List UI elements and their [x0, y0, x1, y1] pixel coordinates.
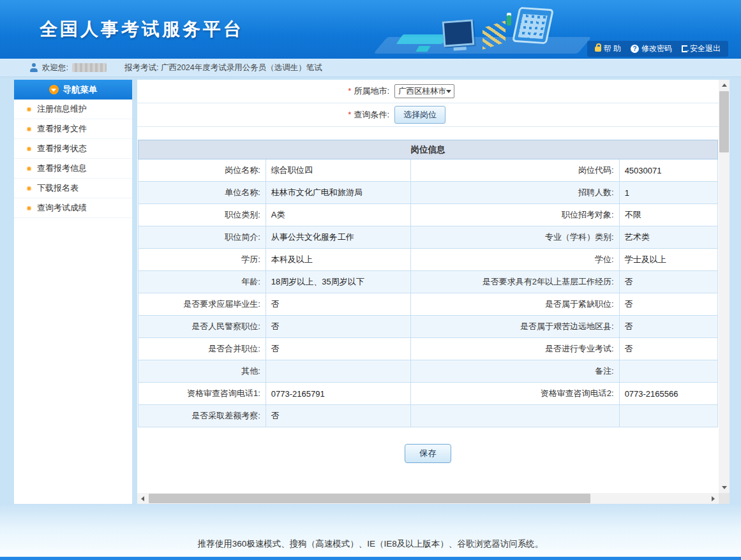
- field-label: 职位招考对象:: [410, 204, 619, 226]
- field-label: 是否合并职位:: [138, 338, 266, 360]
- field-value: 否: [266, 316, 410, 338]
- field-value: 0773-2165791: [266, 383, 410, 405]
- main-content: *所属地市: 广西区桂林市 *查询条件: 选择岗位 岗位信息 岗位名称: 综合职…: [137, 80, 719, 493]
- field-label: 年龄:: [138, 271, 266, 293]
- chevron-down-circle-icon: [49, 85, 59, 94]
- table-title: 岗位信息: [138, 140, 718, 159]
- triangle-left-icon: [141, 496, 144, 501]
- sidebar-item-label: 注册信息维护: [37, 103, 87, 115]
- exit-icon: [682, 45, 687, 52]
- deco-tablet: [512, 7, 554, 45]
- field-value: 否: [266, 293, 410, 316]
- dot-icon: [27, 206, 31, 210]
- sidebar: 导航菜单 注册信息维护 查看报考文件 查看报考状态 查看报考信息 下载报名表 查…: [14, 80, 132, 504]
- welcome-bar: 欢迎您: 报考考试: 广西2024年度考试录用公务员（选调生）笔试: [0, 59, 741, 77]
- welcome-label: 欢迎您:: [42, 63, 68, 73]
- field-value: 桂林市文化广电和旅游局: [266, 182, 410, 204]
- main-panel: *所属地市: 广西区桂林市 *查询条件: 选择岗位 岗位信息 岗位名称: 综合职…: [137, 80, 730, 504]
- field-label: 单位名称:: [138, 182, 266, 204]
- sidebar-item[interactable]: 注册信息维护: [14, 99, 132, 119]
- deco-arrow: [396, 34, 449, 44]
- scroll-up-arrow[interactable]: [719, 80, 730, 91]
- field-label: 是否要求应届毕业生:: [138, 293, 266, 316]
- table-row: 是否要求应届毕业生: 否 是否属于紧缺职位: 否: [138, 293, 718, 316]
- dot-icon: [27, 127, 31, 131]
- logout-button[interactable]: 安全退出: [682, 43, 721, 54]
- sidebar-item[interactable]: 查询考试成绩: [14, 198, 132, 218]
- field-value: 从事公共文化服务工作: [266, 226, 410, 249]
- user-icon: [29, 63, 38, 72]
- required-mark: *: [348, 110, 351, 119]
- sidebar-nav-header: 导航菜单: [14, 80, 132, 99]
- triangle-up-icon: [722, 84, 727, 87]
- table-row: 其他: 备注:: [138, 360, 718, 383]
- field-label: 学位:: [410, 249, 619, 271]
- field-label: 招聘人数:: [410, 182, 619, 204]
- horizontal-scrollbar[interactable]: [137, 493, 719, 504]
- change-password-label: 修改密码: [641, 43, 672, 54]
- triangle-down-icon: [722, 486, 727, 489]
- field-value: 1: [619, 182, 717, 204]
- vertical-scroll-thumb[interactable]: [719, 91, 729, 152]
- sidebar-item[interactable]: 查看报考状态: [14, 139, 132, 159]
- change-password-button[interactable]: 修改密码: [631, 43, 672, 54]
- vertical-scrollbar[interactable]: [719, 80, 730, 493]
- logout-label: 安全退出: [690, 43, 721, 54]
- dot-icon: [27, 107, 31, 112]
- field-value: 本科及以上: [266, 249, 410, 271]
- field-value: 否: [266, 405, 410, 427]
- help-button[interactable]: 帮 助: [595, 43, 621, 54]
- sidebar-item[interactable]: 查看报考信息: [14, 159, 132, 179]
- lock-icon: [595, 47, 601, 52]
- page: { "colors": { "header_blue": "#1078d8", …: [0, 0, 741, 560]
- dot-icon: [27, 166, 31, 171]
- header-action-bar: 帮 助 修改密码 安全退出: [587, 41, 728, 57]
- field-value: [619, 405, 717, 427]
- table-row: 是否采取差额考察: 否: [138, 405, 718, 427]
- choose-position-button[interactable]: 选择岗位: [394, 106, 445, 124]
- sidebar-item-label: 查看报考文件: [37, 123, 87, 135]
- scroll-down-arrow[interactable]: [719, 482, 730, 493]
- field-label: 其他:: [138, 360, 266, 383]
- table-row: 资格审查咨询电话1: 0773-2165791 资格审查咨询电话2: 0773-…: [138, 383, 718, 405]
- field-label: 资格审查咨询电话1:: [138, 383, 266, 405]
- sidebar-item-label: 查询考试成绩: [37, 202, 87, 214]
- field-value: A类: [266, 204, 410, 226]
- field-value: 综合职位四: [266, 159, 410, 182]
- city-select[interactable]: 广西区桂林市: [394, 84, 454, 98]
- chevron-down-icon: [446, 90, 451, 93]
- field-label: 岗位代码:: [410, 159, 619, 182]
- sidebar-item[interactable]: 查看报考文件: [14, 119, 132, 139]
- field-value: 否: [619, 338, 717, 360]
- field-value: 否: [619, 316, 717, 338]
- query-form-row: *查询条件: 选择岗位: [137, 103, 719, 127]
- city-select-value: 广西区桂林市: [398, 86, 446, 97]
- question-icon: [631, 45, 639, 53]
- table-row: 单位名称: 桂林市文化广电和旅游局 招聘人数: 1: [138, 182, 718, 204]
- query-label: *查询条件:: [137, 109, 389, 121]
- table-row: 职位类别: A类 职位招考对象: 不限: [138, 204, 718, 226]
- table-row: 学历: 本科及以上 学位: 学士及以上: [138, 249, 718, 271]
- footer: 推荐使用360极速模式、搜狗（高速模式）、IE（IE8及以上版本）、谷歌浏览器访…: [0, 504, 741, 560]
- site-title: 全国人事考试服务平台: [40, 17, 244, 41]
- sidebar-item[interactable]: 下载报名表: [14, 179, 132, 198]
- field-label: 岗位名称:: [138, 159, 266, 182]
- horizontal-scroll-thumb[interactable]: [149, 494, 590, 503]
- field-value: 艺术类: [619, 226, 717, 249]
- exam-info: 报考考试: 广西2024年度考试录用公务员（选调生）笔试: [124, 63, 322, 73]
- save-button[interactable]: 保存: [405, 444, 451, 463]
- scroll-left-arrow[interactable]: [137, 493, 148, 504]
- deco-monitor: [442, 19, 475, 47]
- sidebar-item-label: 下载报名表: [37, 182, 79, 194]
- sidebar-menu: 注册信息维护 查看报考文件 查看报考状态 查看报考信息 下载报名表 查询考试成绩: [14, 99, 132, 218]
- save-row: 保存: [137, 444, 719, 463]
- field-label: 是否要求具有2年以上基层工作经历:: [410, 271, 619, 293]
- table-row: 是否人民警察职位: 否 是否属于艰苦边远地区县: 否: [138, 316, 718, 338]
- scroll-right-arrow[interactable]: [708, 493, 719, 504]
- sidebar-item-label: 查看报考信息: [37, 163, 87, 174]
- field-label: 职位类别:: [138, 204, 266, 226]
- field-label: [410, 405, 619, 427]
- field-value: 否: [619, 293, 717, 316]
- field-label: 是否采取差额考察:: [138, 405, 266, 427]
- table-row: 年龄: 18周岁以上、35周岁以下 是否要求具有2年以上基层工作经历: 否: [138, 271, 718, 293]
